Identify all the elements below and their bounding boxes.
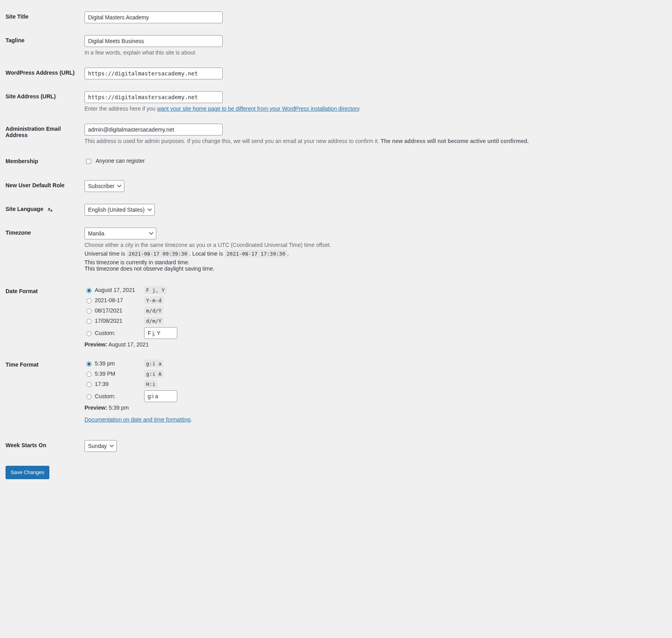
timezone-label: Timezone xyxy=(6,222,84,280)
site-address-help-link[interactable]: want your site home page to be different… xyxy=(157,105,359,112)
membership-label: Membership xyxy=(6,150,84,174)
time-preview-label: Preview: xyxy=(84,405,107,411)
date-format-option-label: 08/17/2021 xyxy=(95,307,144,314)
site-language-label: Site Language xyxy=(6,198,84,222)
date-format-custom-radio[interactable] xyxy=(86,331,92,336)
date-format-radio[interactable] xyxy=(86,319,92,324)
week-starts-label: Week Starts On xyxy=(6,434,84,458)
date-preview-label: Preview: xyxy=(84,341,107,348)
date-format-option-label: August 17, 2021 xyxy=(95,287,144,293)
site-title-label: Site Title xyxy=(6,6,84,29)
site-address-help-post: . xyxy=(359,105,361,112)
time-format-option[interactable]: 5:39 pmg:i a xyxy=(84,359,663,367)
date-format-option-label: 2021-08-17 xyxy=(95,297,144,303)
date-format-option[interactable]: 2021-08-17Y-m-d xyxy=(84,296,663,304)
wp-address-input[interactable] xyxy=(84,68,223,79)
time-format-custom-label: Custom: xyxy=(95,393,144,399)
default-role-label: New User Default Role xyxy=(6,174,84,198)
date-preview-value: August 17, 2021 xyxy=(109,341,149,348)
time-format-custom-option[interactable]: Custom: xyxy=(84,390,663,402)
date-format-group: August 17, 2021F j, Y2021-08-17Y-m-d08/1… xyxy=(84,286,663,339)
tz-std-b: This timezone does not observe daylight … xyxy=(84,265,214,272)
tagline-help: In a few words, explain what this site i… xyxy=(84,49,663,56)
membership-checkbox-row[interactable]: Anyone can register xyxy=(84,156,663,166)
admin-email-input[interactable] xyxy=(84,124,223,136)
date-format-radio[interactable] xyxy=(86,288,92,293)
week-starts-select[interactable]: Sunday xyxy=(84,440,117,452)
site-address-label: Site Address (URL) xyxy=(6,85,84,118)
save-button[interactable]: Save Changes xyxy=(6,466,49,479)
tz-local-code: 2021-08-17 17:39:30 xyxy=(225,250,287,258)
tagline-label: Tagline xyxy=(6,29,84,62)
time-format-preview: Preview: 5:39 pm xyxy=(84,405,663,411)
time-format-option[interactable]: 5:39 PMg:i A xyxy=(84,370,663,378)
site-title-input[interactable] xyxy=(84,11,223,23)
time-format-radio[interactable] xyxy=(86,361,92,367)
tz-utc-post: . xyxy=(287,250,289,257)
date-format-option-label: 17/08/2021 xyxy=(95,318,144,324)
date-format-option-code: F j, Y xyxy=(144,286,167,294)
site-language-select[interactable]: English (United States) xyxy=(84,204,155,216)
membership-checkbox[interactable] xyxy=(86,159,91,164)
date-format-option-code: Y-m-d xyxy=(144,296,163,304)
tagline-input[interactable] xyxy=(84,35,223,47)
date-format-option-code: d/m/Y xyxy=(144,317,163,325)
date-format-preview: Preview: August 17, 2021 xyxy=(84,341,663,348)
timezone-std-info: This timezone is currently in standard t… xyxy=(84,259,663,272)
tz-utc-pre: Universal time is xyxy=(84,250,127,257)
time-doc-link[interactable]: Documentation on date and time formattin… xyxy=(84,416,191,423)
time-format-option[interactable]: 17:39H:i xyxy=(84,380,663,388)
tz-std-a: This timezone is currently in standard t… xyxy=(84,259,190,265)
time-format-option-label: 5:39 pm xyxy=(95,360,144,367)
translate-icon xyxy=(47,206,53,213)
time-format-custom-input[interactable] xyxy=(144,390,177,402)
default-role-select[interactable]: Subscriber xyxy=(84,180,124,192)
timezone-select[interactable]: Manila xyxy=(84,228,156,239)
site-address-help-pre: Enter the address here if you xyxy=(84,105,157,112)
time-format-option-label: 17:39 xyxy=(95,381,144,387)
site-address-help: Enter the address here if you want your … xyxy=(84,105,663,112)
admin-email-help: This address is used for admin purposes.… xyxy=(84,138,663,144)
time-preview-value: 5:39 pm xyxy=(109,405,129,411)
time-doc-post: . xyxy=(191,416,192,423)
date-format-radio[interactable] xyxy=(86,298,92,303)
admin-email-help-b: The new address will not become active u… xyxy=(381,138,529,144)
tz-utc-code: 2021-08-17 09:39:30 xyxy=(127,250,190,258)
date-format-label: Date Format xyxy=(6,280,84,354)
timezone-help: Choose either a city in the same timezon… xyxy=(84,242,663,248)
time-format-radio[interactable] xyxy=(86,382,92,387)
date-format-custom-input[interactable] xyxy=(144,327,177,339)
date-format-radio[interactable] xyxy=(86,309,92,314)
admin-email-label: Administration Email Address xyxy=(6,118,84,150)
date-format-option[interactable]: August 17, 2021F j, Y xyxy=(84,286,663,294)
date-format-option[interactable]: 17/08/2021d/m/Y xyxy=(84,317,663,325)
time-format-radio[interactable] xyxy=(86,372,92,377)
membership-checkbox-label: Anyone can register xyxy=(96,158,145,164)
wp-address-label: WordPress Address (URL) xyxy=(6,62,84,85)
tz-utc-mid: . Local time is xyxy=(189,250,224,257)
date-format-option[interactable]: 08/17/2021m/d/Y xyxy=(84,307,663,314)
time-format-group: 5:39 pmg:i a5:39 PMg:i A17:39H:iCustom: xyxy=(84,359,663,402)
date-format-custom-label: Custom: xyxy=(95,330,144,336)
time-format-option-code: g:i a xyxy=(144,359,163,367)
site-address-input[interactable] xyxy=(84,91,223,103)
time-format-option-code: H:i xyxy=(144,380,157,388)
admin-email-help-a: This address is used for admin purposes.… xyxy=(84,138,381,144)
time-format-label: Time Format xyxy=(6,354,84,434)
time-format-option-code: g:i A xyxy=(144,370,163,378)
time-doc-line: Documentation on date and time formattin… xyxy=(84,416,663,423)
timezone-utc-info: Universal time is 2021-08-17 09:39:30. L… xyxy=(84,250,663,257)
time-format-option-label: 5:39 PM xyxy=(95,371,144,377)
date-format-option-code: m/d/Y xyxy=(144,307,163,314)
time-format-custom-radio[interactable] xyxy=(86,394,92,399)
date-format-custom-option[interactable]: Custom: xyxy=(84,327,663,339)
site-language-label-text: Site Language xyxy=(6,206,43,212)
